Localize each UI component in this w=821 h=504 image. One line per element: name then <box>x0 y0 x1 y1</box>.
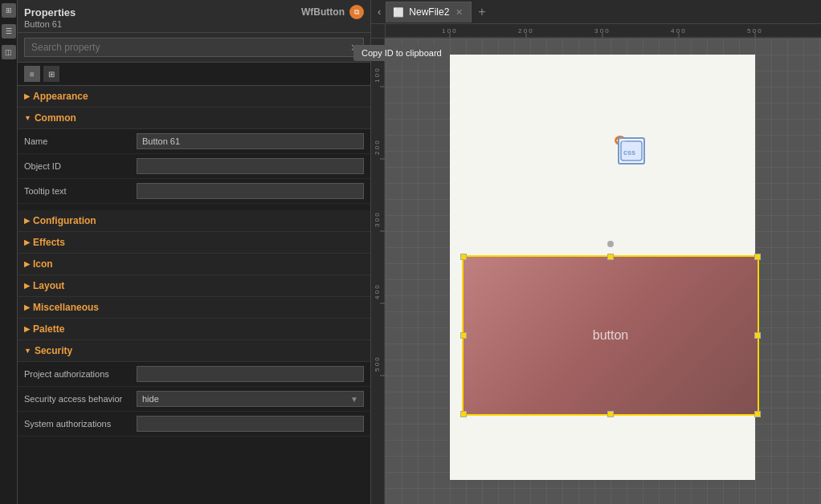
security-label: Security <box>35 345 72 356</box>
common-arrow: ▼ <box>24 114 31 122</box>
grid-view-button[interactable]: ⊞ <box>43 66 59 82</box>
prop-value-project-auth <box>137 366 364 382</box>
handle-bottom-right[interactable] <box>754 411 761 417</box>
section-effects[interactable]: ▶ Effects <box>18 232 370 254</box>
prop-value-objectid <box>137 158 364 174</box>
svg-text:3 0 0: 3 0 0 <box>374 213 381 227</box>
system-auth-input[interactable] <box>137 416 364 432</box>
tab-newfile2[interactable]: ⬜ NewFile2 ✕ <box>386 2 472 22</box>
handle-middle-left[interactable] <box>460 332 467 339</box>
tooltip-input[interactable] <box>137 183 364 199</box>
section-configuration[interactable]: ▶ Configuration <box>18 210 370 232</box>
svg-text:4 0 0: 4 0 0 <box>374 285 381 299</box>
canvas-button-element[interactable]: button <box>462 255 759 416</box>
security-access-select[interactable]: hide show disable <box>137 392 345 406</box>
ruler-horizontal: 1 0 0 2 0 0 3 0 0 4 0 0 5 0 0 <box>371 24 821 39</box>
copy-id-button[interactable]: ⧉ <box>349 5 364 19</box>
select-arrow-icon: ▼ <box>345 395 363 404</box>
canvas-area: ‹ ⬜ NewFile2 ✕ + 1 0 0 2 0 0 3 0 0 4 0 0… <box>371 0 821 504</box>
left-sidebar: ⊞ ☰ ◫ <box>0 0 18 504</box>
prop-value-name <box>137 133 364 149</box>
tab-file-icon: ⬜ <box>393 7 404 18</box>
common-label: Common <box>35 112 76 124</box>
section-security[interactable]: ▼ Security <box>18 340 370 362</box>
handle-top-right[interactable] <box>754 254 761 260</box>
config-label: Configuration <box>33 215 96 226</box>
canvas-content: 1 0 0 2 0 0 3 0 0 4 0 0 5 0 0 <box>371 39 821 504</box>
handle-top-left[interactable] <box>460 254 467 260</box>
list-view-button[interactable]: ≡ <box>24 66 40 82</box>
properties-scroll: ▶ Appearance ▼ Common Name Object ID Too… <box>18 86 370 504</box>
svg-text:4 0 0: 4 0 0 <box>671 27 685 35</box>
layout-arrow: ▶ <box>24 282 30 290</box>
appearance-label: Appearance <box>33 91 88 102</box>
palette-arrow: ▶ <box>24 325 30 333</box>
handle-bottom-center[interactable] <box>607 411 614 417</box>
sidebar-icon-3[interactable]: ◫ <box>2 45 16 59</box>
prop-value-security-access: hide show disable ▼ <box>137 391 364 407</box>
canvas-viewport[interactable]: css button <box>386 39 821 504</box>
wf-label: WfButton <box>301 6 345 18</box>
section-miscellaneous[interactable]: ▶ Miscellaneous <box>18 297 370 319</box>
svg-text:1 0 0: 1 0 0 <box>442 27 456 35</box>
sidebar-icon-2[interactable]: ☰ <box>2 24 16 39</box>
security-arrow: ▼ <box>24 347 31 355</box>
sidebar-icon-1[interactable]: ⊞ <box>2 3 16 18</box>
section-layout[interactable]: ▶ Layout <box>18 275 370 297</box>
tab-label: NewFile2 <box>409 6 449 18</box>
prop-value-system-auth <box>137 416 364 432</box>
prop-row-name: Name <box>18 129 370 154</box>
search-clear-button[interactable]: ✕ <box>350 42 359 54</box>
svg-text:2 0 0: 2 0 0 <box>518 27 533 35</box>
icon-arrow: ▶ <box>24 260 30 268</box>
prop-row-tooltip: Tooltip text <box>18 179 370 204</box>
project-auth-input[interactable] <box>137 366 364 382</box>
prop-row-objectid: Object ID <box>18 154 370 179</box>
objectid-input[interactable] <box>137 158 364 174</box>
appearance-arrow: ▶ <box>24 92 30 100</box>
ruler-corner <box>371 24 386 38</box>
panel-title-text: Properties <box>24 6 76 18</box>
name-input[interactable] <box>137 133 364 149</box>
properties-panel: Properties WfButton ⧉ Button 61 ✕ ≡ ⊞ ▶ … <box>18 0 371 504</box>
effects-arrow: ▶ <box>24 238 30 246</box>
tab-add-button[interactable]: + <box>473 5 490 19</box>
section-appearance[interactable]: ▶ Appearance <box>18 86 370 108</box>
misc-label: Miscellaneous <box>33 302 99 313</box>
tab-bar: ‹ ⬜ NewFile2 ✕ + <box>371 0 821 24</box>
canvas-button-label: button <box>593 328 628 343</box>
svg-text:5 0 0: 5 0 0 <box>374 357 381 372</box>
svg-text:css: css <box>623 148 635 156</box>
section-common[interactable]: ▼ Common <box>18 108 370 129</box>
css-label: css <box>618 137 645 165</box>
prop-label-tooltip: Tooltip text <box>24 186 137 196</box>
handle-bottom-left[interactable] <box>460 411 467 417</box>
section-palette[interactable]: ▶ Palette <box>18 319 370 340</box>
panel-header: Properties WfButton ⧉ Button 61 <box>18 0 370 33</box>
tab-close-button[interactable]: ✕ <box>454 7 464 18</box>
panel-subtitle: Button 61 <box>24 19 364 29</box>
svg-text:1 0 0: 1 0 0 <box>374 68 381 83</box>
svg-text:3 0 0: 3 0 0 <box>594 27 609 35</box>
ruler-h-marks: 1 0 0 2 0 0 3 0 0 4 0 0 5 0 0 <box>386 24 821 38</box>
handle-middle-right[interactable] <box>754 332 761 339</box>
view-toggle: ≡ ⊞ <box>18 63 370 86</box>
handle-top-center[interactable] <box>607 254 614 260</box>
ruler-vertical: 1 0 0 2 0 0 3 0 0 4 0 0 5 0 0 <box>371 39 386 504</box>
icon-label: Icon <box>33 258 53 270</box>
tab-nav-left[interactable]: ‹ <box>374 6 384 18</box>
handle-rotate[interactable] <box>607 241 614 247</box>
prop-value-tooltip <box>137 183 364 199</box>
prop-row-security-access: Security access behavior hide show disab… <box>18 387 370 412</box>
svg-text:2 0 0: 2 0 0 <box>374 140 381 155</box>
prop-label-security-access: Security access behavior <box>24 394 137 404</box>
search-input[interactable] <box>24 38 364 57</box>
section-icon[interactable]: ▶ Icon <box>18 254 370 275</box>
css-icon-element: css <box>611 135 651 167</box>
prop-label-objectid: Object ID <box>24 161 137 171</box>
palette-label: Palette <box>33 323 64 335</box>
svg-text:5 0 0: 5 0 0 <box>747 27 762 35</box>
prop-label-system-auth: System authorizations <box>24 419 137 429</box>
config-arrow: ▶ <box>24 217 30 225</box>
effects-label: Effects <box>33 237 65 248</box>
